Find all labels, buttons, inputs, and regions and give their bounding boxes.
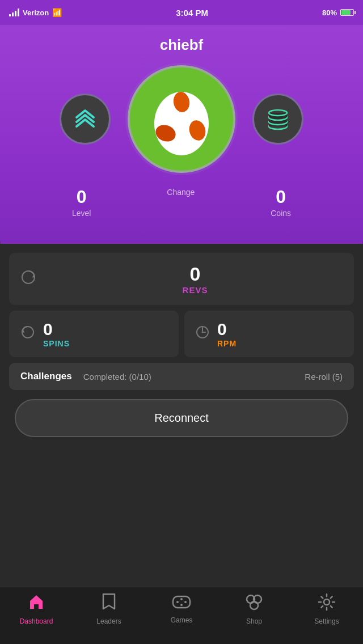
status-bar: Verizon 📶 3:04 PM 80% [0, 0, 363, 25]
challenges-completed: Completed: (0/10) [83, 372, 151, 382]
stats-cards-row: 0 SPINS 0 RPM [9, 311, 354, 357]
coins-icon [264, 105, 292, 133]
signal-icon [9, 9, 19, 16]
spins-label: SPINS [43, 339, 70, 348]
leaders-label: Leaders [96, 617, 121, 625]
level-value: 0 [77, 187, 87, 207]
rpm-value: 0 [217, 320, 237, 339]
svg-point-18 [176, 601, 179, 603]
time-label: 3:04 PM [176, 8, 208, 18]
header-area: chiebf [0, 25, 363, 263]
rpm-content: 0 RPM [217, 320, 237, 348]
spins-icon [20, 325, 35, 343]
spins-content: 0 SPINS [43, 320, 70, 348]
status-left: Verizon 📶 [9, 8, 62, 17]
coins-value: 0 [276, 187, 286, 207]
shop-label: Shop [246, 617, 262, 625]
nav-leaders[interactable]: Leaders [73, 593, 145, 625]
wifi-icon: 📶 [52, 8, 62, 17]
leaders-icon [100, 593, 117, 615]
rpm-icon [196, 325, 209, 342]
reconnect-button[interactable]: Reconnect [15, 399, 348, 437]
revs-card: 0 REVS [9, 253, 354, 305]
svg-point-21 [180, 604, 183, 606]
revs-content: 0 REVS [48, 263, 343, 295]
nav-settings[interactable]: Settings [290, 593, 363, 625]
nav-dashboard[interactable]: Dashboard [0, 593, 73, 625]
nav-games[interactable]: Games [145, 593, 218, 624]
challenges-reroll: Re-roll (5) [305, 372, 343, 382]
main-content: 0 REVS 0 SPINS [0, 244, 363, 587]
rank-button[interactable] [60, 94, 111, 145]
spins-card: 0 SPINS [9, 311, 179, 357]
challenges-title: Challenges [20, 371, 72, 382]
change-label-center: Change [167, 187, 195, 218]
nav-shop[interactable]: Shop [218, 593, 290, 625]
settings-icon [318, 593, 336, 615]
svg-point-25 [324, 599, 330, 605]
status-right: 80% [322, 9, 354, 17]
revs-icon [20, 269, 36, 289]
avatar-row [0, 65, 363, 173]
battery-percent: 80% [322, 9, 337, 17]
coins-stat: 0 Coins [271, 187, 291, 218]
settings-label: Settings [314, 617, 339, 625]
shop-icon [244, 593, 264, 615]
games-icon [172, 593, 191, 614]
revs-label: REVS [48, 285, 343, 295]
egg-image [142, 79, 221, 159]
svg-point-16 [202, 332, 204, 333]
avatar-circle[interactable] [128, 65, 235, 173]
bottom-nav: Dashboard Leaders Games [0, 587, 363, 644]
svg-point-24 [250, 601, 258, 609]
challenges-bar: Challenges Completed: (0/10) Re-roll (5) [9, 363, 354, 390]
battery-icon [340, 9, 354, 16]
spins-value: 0 [43, 320, 70, 339]
games-label: Games [171, 616, 193, 624]
stats-row: 0 Level Change 0 Coins [0, 187, 363, 218]
level-label: Level [72, 209, 91, 218]
rank-icon [71, 105, 99, 133]
rpm-label: RPM [217, 339, 237, 348]
rpm-card: 0 RPM [184, 311, 354, 357]
svg-point-20 [184, 601, 187, 603]
change-label: Change [167, 188, 195, 197]
coins-button[interactable] [252, 94, 303, 145]
revs-value: 0 [48, 263, 343, 285]
dashboard-label: Dashboard [20, 617, 53, 625]
level-stat: 0 Level [72, 187, 91, 218]
carrier-label: Verizon [23, 9, 49, 17]
coins-label: Coins [271, 209, 291, 218]
svg-point-19 [180, 598, 183, 600]
username: chiebf [0, 25, 363, 54]
dashboard-icon [27, 593, 45, 615]
